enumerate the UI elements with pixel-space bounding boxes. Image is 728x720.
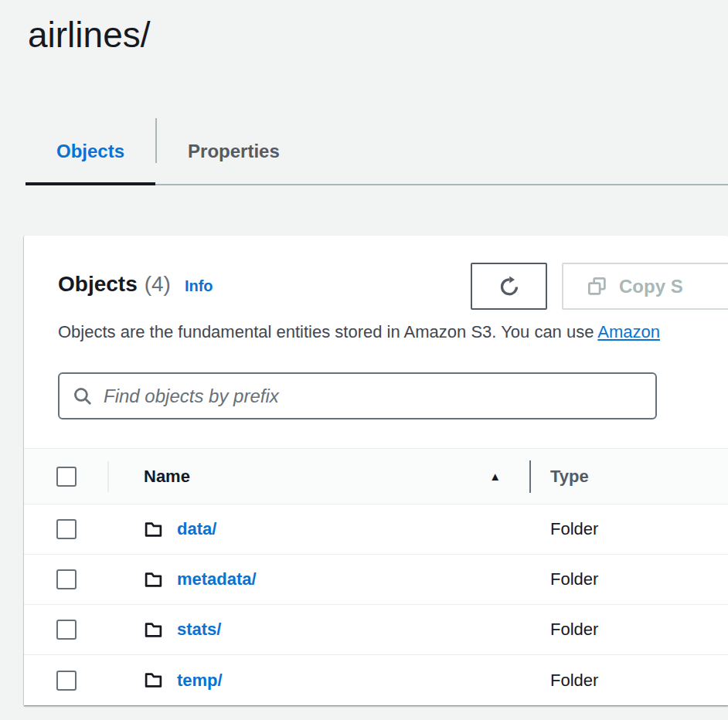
row-checkbox-cell <box>24 519 108 539</box>
row-checkbox-cell <box>24 569 108 589</box>
search-icon <box>72 385 94 407</box>
header-name-cell: Name ▲ <box>108 449 530 504</box>
header-type-cell: Type <box>530 449 728 504</box>
table-row: data/ Folder <box>24 504 728 555</box>
panel-description: Objects are the fundamental entities sto… <box>58 321 694 344</box>
row-type-cell: Folder <box>530 655 728 705</box>
copy-s3-uri-button[interactable]: Copy S <box>562 263 728 310</box>
folder-link[interactable]: metadata/ <box>177 569 257 589</box>
header-checkbox-cell <box>24 467 108 487</box>
row-type: Folder <box>550 519 598 539</box>
s3-console-page: { "page": { "title": "airlines/" }, "tab… <box>0 0 728 720</box>
row-type-cell: Folder <box>530 504 728 554</box>
panel-actions: Copy S <box>471 263 728 310</box>
tab-objects[interactable]: Objects <box>26 118 155 184</box>
table-header-row: Name ▲ Type <box>24 448 728 504</box>
row-checkbox[interactable] <box>56 620 77 640</box>
column-header-name[interactable]: Name <box>144 467 190 487</box>
row-type-cell: Folder <box>530 605 728 654</box>
table-row: metadata/ Folder <box>24 555 728 605</box>
refresh-icon <box>498 275 521 298</box>
panel-top: Objects (4) Info <box>24 236 728 419</box>
row-checkbox[interactable] <box>56 569 77 589</box>
sort-ascending-icon[interactable]: ▲ <box>489 470 501 483</box>
page-title: airlines/ <box>28 12 151 57</box>
search-input[interactable] <box>104 385 643 407</box>
search-box <box>58 372 657 419</box>
objects-panel: Objects (4) Info <box>24 236 728 705</box>
row-name-cell: stats/ <box>108 605 530 654</box>
folder-icon <box>144 620 163 640</box>
refresh-button[interactable] <box>471 263 547 310</box>
panel-title: Objects <box>58 270 138 299</box>
tab-properties[interactable]: Properties <box>157 118 311 184</box>
column-header-type[interactable]: Type <box>550 467 589 487</box>
info-link[interactable]: Info <box>185 277 213 295</box>
row-type: Folder <box>550 671 598 691</box>
table-row: stats/ Folder <box>24 605 728 655</box>
folder-link[interactable]: data/ <box>177 519 216 539</box>
objects-table: Name ▲ Type data/ Folder <box>24 448 728 705</box>
tab-objects-label: Objects <box>56 141 124 162</box>
description-text: Objects are the fundamental entities sto… <box>58 322 597 341</box>
row-type: Folder <box>550 569 598 589</box>
row-checkbox[interactable] <box>56 519 77 539</box>
copy-icon <box>587 276 607 297</box>
row-name-cell: data/ <box>108 504 530 554</box>
amazon-s3-inventory-link[interactable]: Amazon <box>597 322 660 341</box>
object-count: (4) <box>145 272 171 297</box>
row-checkbox[interactable] <box>56 671 77 691</box>
tab-bar: Objects Properties <box>26 118 728 185</box>
row-name-cell: temp/ <box>108 655 530 705</box>
folder-icon <box>144 570 163 589</box>
row-type: Folder <box>550 620 598 640</box>
row-type-cell: Folder <box>530 555 728 604</box>
row-name-cell: metadata/ <box>108 555 530 604</box>
tab-properties-label: Properties <box>188 141 280 162</box>
row-checkbox-cell <box>24 620 108 640</box>
folder-link[interactable]: stats/ <box>177 620 221 640</box>
table-row: temp/ Folder <box>24 655 728 705</box>
folder-link[interactable]: temp/ <box>177 671 223 691</box>
select-all-checkbox[interactable] <box>56 467 77 487</box>
folder-icon <box>144 520 163 539</box>
folder-icon <box>144 671 163 690</box>
row-checkbox-cell <box>24 671 108 691</box>
copy-button-label: Copy S <box>619 276 683 297</box>
